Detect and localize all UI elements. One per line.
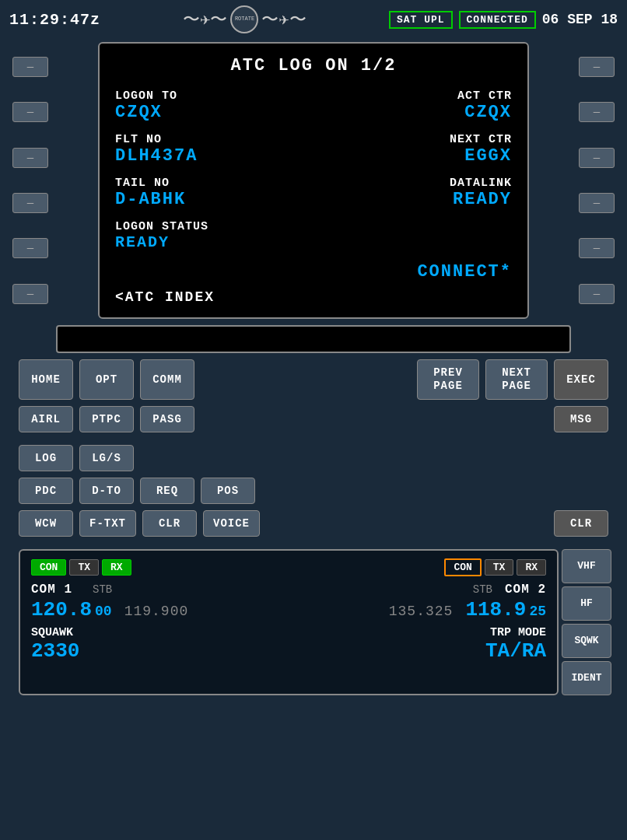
pasg-button[interactable]: PASG — [140, 406, 194, 432]
home-button[interactable]: HOME — [19, 359, 73, 400]
trp-mode-section: TRP MODE TA/RA — [485, 626, 546, 663]
tail-no-value: D-ABHK — [115, 190, 314, 209]
com1-stb-label: STB — [93, 583, 112, 596]
tailno-row: TAIL NO D-ABHK DATALINK READY — [115, 177, 512, 209]
voice-button[interactable]: VOICE — [203, 510, 260, 537]
tail-no-field: TAIL NO D-ABHK — [115, 177, 314, 209]
lsk-left-3[interactable] — [12, 148, 48, 168]
com2-con-badge[interactable]: CON — [444, 558, 481, 576]
com2-section: STB COM 2 135.325 118.925 — [389, 583, 546, 621]
header: 11:29:47z 〜✈〜 ROTATE 〜✈〜 SAT UPL CONNECT… — [0, 0, 627, 39]
com2-badges: CON TX RX — [444, 558, 546, 576]
lsk-right-5[interactable] — [579, 238, 615, 258]
lsk-right-4[interactable] — [579, 193, 615, 213]
clr-button[interactable]: CLR — [142, 510, 197, 537]
lsk-left-4[interactable] — [12, 193, 48, 213]
lsk-right-1[interactable] — [579, 57, 615, 77]
act-ctr-field: ACT CTR CZQX — [314, 89, 512, 122]
btn-row-4: PDC D-TO REQ POS — [19, 478, 608, 504]
atc-index-row: <ATC INDEX — [115, 289, 512, 305]
com2-name: COM 2 — [505, 583, 546, 597]
logon-row: LOGON TO CZQX ACT CTR CZQX — [115, 89, 512, 122]
com1-section: COM 1 STB 120.800 119.900 — [31, 583, 188, 621]
squawk-section: SQUAWK 2330 — [31, 626, 79, 663]
clock: 11:29:47z — [9, 11, 100, 29]
exec-button[interactable]: EXEC — [554, 359, 608, 400]
logon-status-value: READY — [115, 233, 512, 251]
ftxt-button[interactable]: F-TXT — [79, 510, 136, 537]
pdc-button[interactable]: PDC — [19, 478, 73, 504]
com-freq-row: COM 1 STB 120.800 119.900 STB COM 2 — [31, 583, 546, 621]
flt-no-value: DLH437A — [115, 146, 314, 166]
fltno-row: FLT NO DLH437A NEXT CTR EGGX — [115, 133, 512, 166]
lsk-left-1[interactable] — [12, 57, 48, 77]
com1-rx-badge[interactable]: RX — [102, 559, 131, 576]
trp-mode-label: TRP MODE — [485, 626, 546, 639]
comm-button[interactable]: COMM — [140, 359, 194, 400]
ident-button[interactable]: IDENT — [562, 661, 611, 695]
datalink-field: DATALINK READY — [314, 177, 512, 209]
com-header: CON TX RX CON TX RX — [31, 558, 546, 576]
com1-stb-freq: 119.900 — [124, 604, 189, 619]
com-panel: CON TX RX CON TX RX COM 1 STB — [19, 549, 559, 695]
input-bar — [56, 325, 571, 353]
com1-name: COM 1 — [31, 583, 72, 597]
ptpc-button[interactable]: PTPC — [79, 406, 134, 432]
squawk-value: 2330 — [31, 639, 79, 663]
wings-right-icon: 〜✈〜 — [261, 8, 306, 31]
sqwk-button[interactable]: SQWK — [562, 624, 611, 658]
datalink-value: READY — [314, 190, 512, 209]
logo: 〜✈〜 ROTATE 〜✈〜 — [183, 5, 306, 33]
com2-freq-main: 118.9 — [465, 598, 526, 621]
com1-tx-badge[interactable]: TX — [69, 559, 99, 576]
next-page-button[interactable]: NEXTPAGE — [485, 359, 548, 400]
trp-mode-value: TA/RA — [485, 639, 546, 663]
msg-button[interactable]: MSG — [554, 406, 608, 432]
flt-no-label: FLT NO — [115, 133, 314, 146]
airl-button[interactable]: AIRL — [19, 406, 73, 432]
function-buttons: HOME OPT COMM PREVPAGE NEXTPAGE EXEC AIR… — [19, 359, 608, 537]
req-button[interactable]: REQ — [140, 478, 194, 504]
com2-tx-badge[interactable]: TX — [485, 559, 514, 576]
lsk-right-6[interactable] — [579, 284, 615, 304]
lsk-left-6[interactable] — [12, 284, 48, 304]
btn-row-1: HOME OPT COMM PREVPAGE NEXTPAGE EXEC — [19, 359, 608, 400]
lsk-left-2[interactable] — [12, 102, 48, 122]
left-lsk-column — [9, 42, 51, 319]
logon-status-row: LOGON STATUS READY — [115, 220, 512, 251]
sat-uplink-badge: SAT UPL — [389, 11, 453, 29]
wings-left-icon: 〜✈〜 — [183, 8, 227, 31]
atc-index-label: <ATC INDEX — [115, 289, 512, 305]
lsk-right-2[interactable] — [579, 102, 615, 122]
next-ctr-label: NEXT CTR — [314, 133, 512, 146]
hf-button[interactable]: HF — [562, 586, 611, 621]
next-ctr-field: NEXT CTR EGGX — [314, 133, 512, 166]
atc-display: ATC LOG ON 1/2 LOGON TO CZQX ACT CTR CZQ… — [98, 42, 529, 319]
clr2-button[interactable]: CLR — [554, 510, 608, 537]
vhf-button[interactable]: VHF — [562, 549, 611, 583]
act-ctr-label: ACT CTR — [314, 89, 512, 103]
log-button[interactable]: LOG — [19, 445, 73, 471]
wcw-button[interactable]: WCW — [19, 510, 73, 537]
btn-row-2: AIRL PTPC PASG MSG — [19, 406, 608, 432]
com1-con-badge[interactable]: CON — [31, 559, 66, 576]
pos-button[interactable]: POS — [201, 478, 255, 504]
lsk-right-3[interactable] — [579, 148, 615, 168]
connected-badge: CONNECTED — [459, 11, 536, 29]
squawk-label: SQUAWK — [31, 626, 79, 639]
dto-button[interactable]: D-TO — [79, 478, 134, 504]
lgs-button[interactable]: LG/S — [79, 445, 134, 471]
flt-no-field: FLT NO DLH437A — [115, 133, 314, 166]
com2-freq-suffix: 25 — [529, 604, 546, 619]
logon-to-label: LOGON TO — [115, 89, 314, 103]
opt-button[interactable]: OPT — [79, 359, 134, 400]
right-side-buttons: VHF HF SQWK IDENT — [559, 543, 618, 702]
date-display: 06 SEP 18 — [542, 12, 618, 27]
lsk-left-5[interactable] — [12, 238, 48, 258]
com2-stb-label: STB — [473, 583, 492, 596]
datalink-label: DATALINK — [314, 177, 512, 190]
com-section: CON TX RX CON TX RX COM 1 STB — [9, 543, 618, 702]
com2-rx-badge[interactable]: RX — [517, 559, 546, 576]
com1-freq-suffix: 00 — [95, 604, 112, 619]
prev-page-button[interactable]: PREVPAGE — [417, 359, 479, 400]
